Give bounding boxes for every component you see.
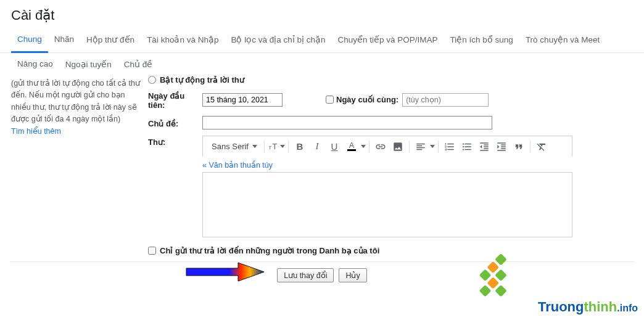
tab-chung[interactable]: Chung (11, 28, 48, 53)
enable-autoreply-label: Bật tự động trả lời thư (160, 75, 244, 84)
last-day-checkbox[interactable] (326, 96, 334, 104)
watermark: Truongthinh.info (480, 262, 638, 315)
chevron-down-icon (361, 145, 366, 148)
svg-marker-2 (186, 263, 264, 281)
tab-hop-thu-den[interactable]: Hộp thư đến (80, 28, 141, 52)
tab-tai-khoan-nhap[interactable]: Tài khoản và Nhập (141, 28, 225, 52)
indent-more-button[interactable] (493, 139, 510, 155)
first-day-input[interactable] (202, 93, 283, 107)
watermark-text: Truongthinh.info (538, 299, 638, 315)
enable-autoreply-radio[interactable] (148, 76, 156, 84)
last-day-label: Ngày cuối cùng: (336, 95, 398, 104)
subject-input[interactable] (202, 116, 492, 129)
learn-more-link[interactable]: Tìm hiểu thêm (11, 127, 61, 136)
quote-button[interactable] (511, 139, 527, 155)
tab-meet[interactable]: Trò chuyện và Meet (519, 28, 606, 52)
contacts-only-label: Chỉ gửi thư trả lời đến những người tron… (160, 246, 379, 255)
annotation-arrow-icon (185, 261, 265, 283)
italic-button[interactable]: I (309, 139, 325, 155)
clear-format-button[interactable] (534, 139, 550, 155)
font-size-button[interactable]: тT (268, 139, 285, 155)
contacts-only-checkbox[interactable] (148, 247, 156, 255)
font-family-select[interactable]: Sans Serif (207, 139, 261, 155)
svg-text:T: T (273, 141, 278, 150)
tab-ngoai-tuyen[interactable]: Ngoại tuyến (59, 53, 118, 75)
description-text: (gửi thư trả lời tự động cho tất cả thư … (11, 79, 140, 123)
body-label: Thư: (148, 136, 202, 147)
tab-bo-loc[interactable]: Bộ lọc và địa chỉ bị chặn (225, 28, 331, 52)
underline-button[interactable]: U (326, 139, 342, 155)
tab-nhan[interactable]: Nhãn (48, 28, 80, 52)
compose-body[interactable] (202, 172, 572, 237)
bullet-list-button[interactable] (459, 139, 475, 155)
watermark-logo-icon (471, 253, 530, 313)
tab-tien-ich[interactable]: Tiện ích bổ sung (444, 28, 519, 52)
chevron-down-icon (280, 145, 285, 148)
subject-label: Chủ đề: (148, 117, 202, 128)
page-title: Cài đặt (0, 0, 644, 28)
tab-chu-de[interactable]: Chủ đề (118, 53, 159, 75)
cancel-button[interactable]: Hủy (339, 268, 366, 282)
link-button[interactable] (373, 139, 389, 155)
first-day-label: Ngày đầu tiên: (148, 89, 202, 110)
section-description: (gửi thư trả lời tự động cho tất cả thư … (10, 75, 148, 255)
plain-text-link[interactable]: « Văn bản thuần túy (202, 160, 273, 170)
chevron-down-icon (252, 145, 257, 148)
tab-pop-imap[interactable]: Chuyển tiếp và POP/IMAP (332, 28, 444, 52)
chevron-down-icon (430, 145, 435, 148)
indent-less-button[interactable] (476, 139, 492, 155)
last-day-input[interactable] (402, 93, 489, 107)
font-family-name: Sans Serif (212, 142, 249, 151)
compose-toolbar: Sans Serif тT B I U A (202, 136, 572, 157)
text-color-button[interactable]: A (344, 139, 360, 155)
numbered-list-button[interactable] (442, 139, 458, 155)
save-button[interactable]: Lưu thay đổi (277, 268, 334, 282)
tab-nang-cao[interactable]: Nâng cao (11, 53, 59, 75)
image-button[interactable] (390, 139, 406, 155)
align-button[interactable] (413, 139, 429, 155)
tabs-row-2: Nâng cao Ngoại tuyến Chủ đề (0, 53, 644, 75)
tabs-row-1: Chung Nhãn Hộp thư đến Tài khoản và Nhập… (0, 28, 644, 53)
svg-text:т: т (269, 143, 272, 150)
bold-button[interactable]: B (292, 139, 308, 155)
